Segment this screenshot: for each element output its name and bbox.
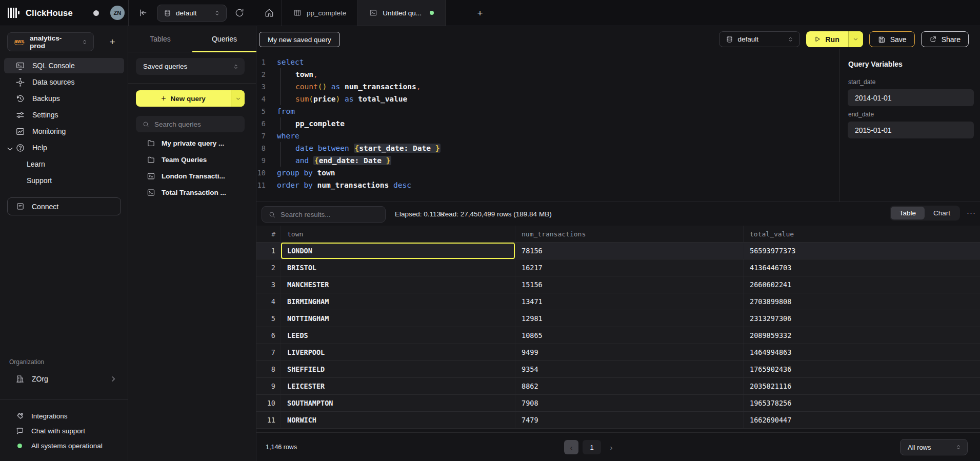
cell-total-value[interactable]: 2089859332 xyxy=(744,327,980,344)
editor-database-select[interactable]: default xyxy=(719,31,800,47)
more-options-icon[interactable]: ··· xyxy=(967,208,976,217)
sidebar-item-chat-with-support[interactable]: Chat with support xyxy=(4,424,124,438)
cell-num-transactions[interactable]: 15156 xyxy=(515,276,744,293)
current-page[interactable]: 1 xyxy=(583,440,601,454)
cell-town[interactable]: MANCHESTER xyxy=(281,276,515,293)
cell-num-transactions[interactable]: 8862 xyxy=(515,378,744,394)
run-options-dropdown[interactable] xyxy=(848,31,863,47)
saved-query-tab[interactable]: My new saved query xyxy=(259,32,340,47)
sidebar-item-learn[interactable]: Learn xyxy=(4,156,124,172)
saved-query-item-team-queries[interactable]: Team Queries xyxy=(128,151,256,168)
cell-num-transactions[interactable]: 7479 xyxy=(515,412,744,428)
table-row[interactable]: 9LEICESTER88622035821116 xyxy=(256,378,980,395)
saved-query-item-london-transacti[interactable]: London Transacti... xyxy=(128,168,256,184)
cell-num-transactions[interactable]: 78156 xyxy=(515,243,744,259)
cell-town[interactable]: LONDON xyxy=(281,243,515,259)
cell-total-value[interactable]: 1965378256 xyxy=(744,395,980,411)
cell-town[interactable]: SHEFFIELD xyxy=(281,361,515,377)
editor-tab-untitled-qu[interactable]: Untitled qu... xyxy=(358,0,446,26)
user-avatar[interactable]: ZN xyxy=(110,6,125,20)
cell-town[interactable]: BIRMINGHAM xyxy=(281,293,515,310)
saved-query-item-my-private-query[interactable]: My private query ... xyxy=(128,135,256,151)
view-tab-table[interactable]: Table xyxy=(891,207,925,219)
cell-town[interactable]: BRISTOL xyxy=(281,259,515,276)
cell-total-value[interactable]: 4136446703 xyxy=(744,259,980,276)
refresh-icon[interactable] xyxy=(234,8,245,18)
cell-town[interactable]: NORWICH xyxy=(281,412,515,428)
table-row[interactable]: 6LEEDS108652089859332 xyxy=(256,327,980,344)
notification-dot[interactable] xyxy=(93,10,99,16)
run-button[interactable]: Run xyxy=(806,31,863,47)
table-row[interactable]: 2BRISTOL162174136446703 xyxy=(256,259,980,276)
cell-town[interactable]: LEICESTER xyxy=(281,378,515,394)
page-size-select[interactable]: All rows xyxy=(900,439,968,455)
new-tab-button[interactable]: + xyxy=(473,6,487,21)
topbar-database-select[interactable]: default xyxy=(157,5,227,22)
sidebar-item-integrations[interactable]: Integrations xyxy=(4,409,124,424)
cell-total-value[interactable]: 56593977373 xyxy=(744,243,980,259)
sidebar-item-backups[interactable]: Backups xyxy=(4,91,124,106)
cell-total-value[interactable]: 1464994863 xyxy=(744,344,980,360)
cell-total-value[interactable]: 2660602241 xyxy=(744,276,980,293)
new-query-dropdown[interactable] xyxy=(231,90,245,107)
saved-queries-filter-select[interactable]: Saved queries xyxy=(136,58,245,75)
view-tab-chart[interactable]: Chart xyxy=(925,207,959,219)
cell-town[interactable]: LIVERPOOL xyxy=(281,344,515,360)
share-button[interactable]: Share xyxy=(921,31,969,47)
table-row[interactable]: 11NORWICH74791662690447 xyxy=(256,412,980,429)
editor-tab-pp-complete[interactable]: pp_complete xyxy=(282,0,358,26)
next-page-button[interactable]: › xyxy=(605,440,617,454)
search-results-input[interactable] xyxy=(281,211,379,218)
cell-num-transactions[interactable]: 10865 xyxy=(515,327,744,344)
cell-num-transactions[interactable]: 13471 xyxy=(515,293,744,310)
sidebar-item-sql-console[interactable]: SQL Console xyxy=(4,58,124,73)
cell-town[interactable]: SOUTHAMPTON xyxy=(281,395,515,411)
table-row[interactable]: 7LIVERPOOL94991464994863 xyxy=(256,344,980,361)
home-icon[interactable] xyxy=(264,8,274,18)
sidebar-item-all-systems-operational[interactable]: All systems operational xyxy=(4,438,124,453)
column-header-num-transactions[interactable]: num_transactions xyxy=(515,226,744,242)
column-header-total-value[interactable]: total_value xyxy=(744,226,980,242)
table-row[interactable]: 4BIRMINGHAM134712703899808 xyxy=(256,293,980,310)
cell-total-value[interactable]: 2313297306 xyxy=(744,310,980,327)
new-query-button[interactable]: + New query xyxy=(136,90,245,107)
saved-query-item-total-transaction[interactable]: Total Transaction ... xyxy=(128,184,256,201)
workspace-select[interactable]: aws analytics-prod xyxy=(7,32,94,51)
tab-queries[interactable]: Queries xyxy=(192,26,256,52)
table-row[interactable]: 3MANCHESTER151562660602241 xyxy=(256,276,980,293)
column-header-town[interactable]: town xyxy=(281,226,515,242)
table-row[interactable]: 8SHEFFIELD93541765902436 xyxy=(256,361,980,378)
variable-input-end-date[interactable] xyxy=(848,122,974,138)
table-row[interactable]: 10SOUTHAMPTON79081965378256 xyxy=(256,395,980,412)
sidebar-item-organization[interactable]: ZOrg xyxy=(4,371,124,387)
previous-page-button[interactable]: ‹ xyxy=(564,440,578,454)
cell-num-transactions[interactable]: 12981 xyxy=(515,310,744,327)
table-row[interactable]: 1LONDON7815656593977373 xyxy=(256,243,980,259)
cell-num-transactions[interactable]: 9499 xyxy=(515,344,744,360)
elapsed-stat: Elapsed: 0.113s xyxy=(395,210,444,218)
cell-num-transactions[interactable]: 9354 xyxy=(515,361,744,377)
cell-town[interactable]: NOTTINGHAM xyxy=(281,310,515,327)
table-row[interactable]: 5NOTTINGHAM129812313297306 xyxy=(256,310,980,327)
save-button[interactable]: Save xyxy=(869,31,915,47)
cell-total-value[interactable]: 1662690447 xyxy=(744,412,980,428)
search-queries-input[interactable] xyxy=(154,121,238,128)
sidebar-item-monitoring[interactable]: Monitoring xyxy=(4,124,124,139)
collapse-panel-icon[interactable] xyxy=(137,8,148,18)
sidebar-item-data-sources[interactable]: Data sources xyxy=(4,74,124,90)
add-service-button[interactable]: + xyxy=(106,35,119,49)
sql-editor[interactable]: 1select2town,3count() as num_transaction… xyxy=(256,49,839,202)
column-header-index[interactable]: # xyxy=(256,226,281,242)
connect-button[interactable]: Connect xyxy=(7,197,121,215)
cell-num-transactions[interactable]: 7908 xyxy=(515,395,744,411)
sidebar-item-help[interactable]: Help xyxy=(4,140,124,155)
cell-total-value[interactable]: 2703899808 xyxy=(744,293,980,310)
cell-town[interactable]: LEEDS xyxy=(281,327,515,344)
variable-input-start-date[interactable] xyxy=(848,89,974,106)
cell-total-value[interactable]: 1765902436 xyxy=(744,361,980,377)
cell-total-value[interactable]: 2035821116 xyxy=(744,378,980,394)
cell-num-transactions[interactable]: 16217 xyxy=(515,259,744,276)
tab-tables[interactable]: Tables xyxy=(128,26,192,52)
sidebar-item-settings[interactable]: Settings xyxy=(4,107,124,123)
sidebar-item-support[interactable]: Support xyxy=(4,173,124,188)
